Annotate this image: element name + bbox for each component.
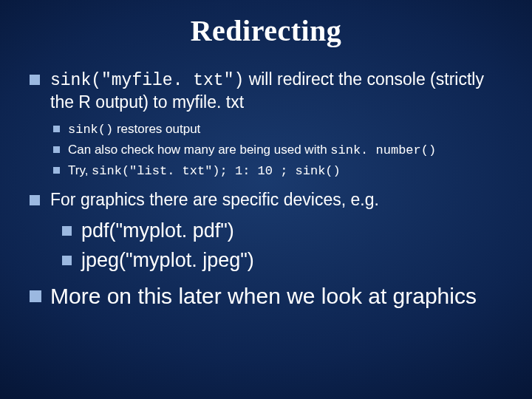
sub-sink-restore: sink() restores output xyxy=(50,121,504,139)
text-check: Can also check how many are being used w… xyxy=(68,143,330,157)
sub-sink-try: Try, sink("list. txt"); 1: 10 ; sink() xyxy=(50,163,504,180)
code-sink-number: sink. number() xyxy=(330,143,436,157)
bullet-sink: sink("myfile. txt") will redirect the co… xyxy=(28,69,504,180)
sub-jpeg: jpeg("myplot. jpeg") xyxy=(61,248,504,273)
code-sink-call: sink("myfile. txt") xyxy=(50,71,244,90)
text-graphics: For graphics there are specific devices,… xyxy=(50,190,379,209)
text-restore: restores output xyxy=(113,122,200,136)
slide-title: Redirecting xyxy=(28,13,504,48)
code-try-example: sink("list. txt"); 1: 10 ; sink() xyxy=(92,164,341,178)
code-sink-empty: sink() xyxy=(68,123,113,137)
bullet-more-later: More on this later when we look at graph… xyxy=(28,282,504,310)
sub-pdf: pdf("myplot. pdf") xyxy=(61,218,504,244)
slide: Redirecting sink("myfile. txt") will red… xyxy=(0,0,532,399)
bullet-list: sink("myfile. txt") will redirect the co… xyxy=(28,69,504,273)
text-try: Try, xyxy=(68,163,92,177)
bullet-list-big: More on this later when we look at graph… xyxy=(28,282,504,310)
sub-list-sink: sink() restores output Can also check ho… xyxy=(50,121,504,180)
bullet-graphics: For graphics there are specific devices,… xyxy=(28,189,504,274)
sub-list-graphics: pdf("myplot. pdf") jpeg("myplot. jpeg") xyxy=(50,218,504,273)
sub-sink-number: Can also check how many are being used w… xyxy=(50,142,504,160)
